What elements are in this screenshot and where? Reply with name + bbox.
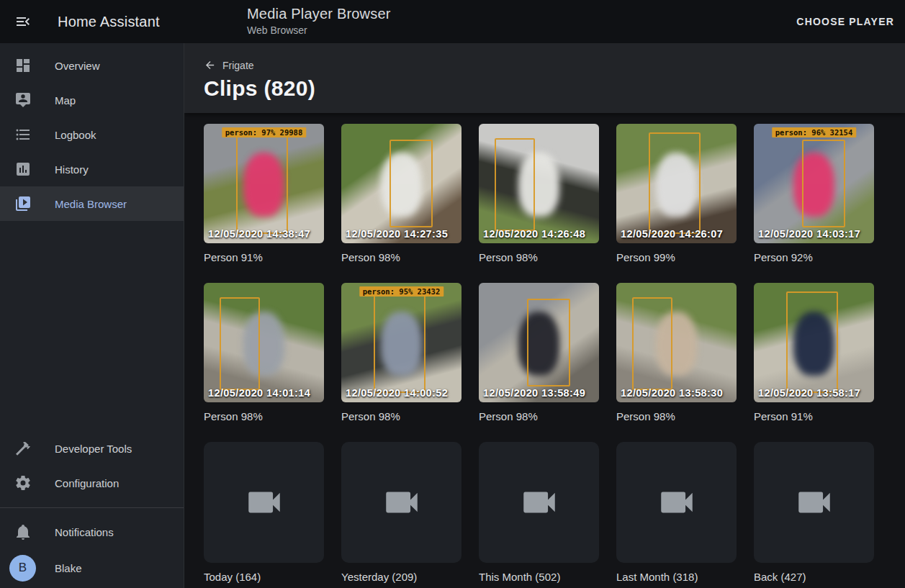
clip-thumbnail: 12/05/2020 14:01:14 [204,283,324,402]
clip-timestamp-overlay: 12/05/2020 14:00:52 [346,387,448,399]
sidebar-item-media-browser[interactable]: Media Browser [0,186,184,221]
detection-bbox [374,291,426,393]
sidebar: Overview Map Logbook History Media Brows… [0,43,184,588]
menu-open-icon [14,13,32,30]
clip-timestamp-overlay: 12/05/2020 14:27:35 [346,228,448,240]
breadcrumb-label: Frigate [222,60,254,71]
avatar: B [9,555,36,582]
clip-caption: Person 92% [754,251,874,264]
video-icon [518,481,560,523]
folder-caption: Yesterday (209) [341,571,461,584]
clip-thumbnail: 12/05/2020 13:58:17 [754,283,874,402]
media-folder-tile[interactable]: This Month (502) [479,442,599,584]
media-clip-tile[interactable]: 12/05/2020 13:58:30 Person 98% [616,283,737,423]
page-subtitle: Web Browser [247,24,391,36]
folder-caption: Last Month (318) [616,571,737,584]
choose-player-button[interactable]: CHOOSE PLAYER [796,0,894,43]
profile-name: Blake [55,562,82,574]
clip-thumbnail: person: 95% 23432 12/05/2020 14:00:52 [341,283,461,402]
media-clip-tile[interactable]: 12/05/2020 14:27:35 Person 98% [341,124,461,264]
format-list-bulleted-icon [14,126,32,143]
clip-thumbnail: 12/05/2020 14:27:35 [341,124,461,243]
page-heading: Clips (820) [204,76,905,101]
sidebar-item-developer-tools[interactable]: Developer Tools [0,431,184,466]
folder-card [204,442,324,563]
clip-thumbnail: 12/05/2020 13:58:49 [479,283,599,402]
sidebar-bottom-list: Notifications [0,510,184,549]
clip-thumbnail: 12/05/2020 14:26:48 [479,124,599,243]
sidebar-item-history[interactable]: History [0,152,184,186]
breadcrumb-back[interactable]: Frigate [204,59,254,71]
media-clip-tile[interactable]: 12/05/2020 13:58:17 Person 91% [754,283,874,423]
clip-thumbnail: person: 97% 29988 12/05/2020 14:38:47 [204,124,324,243]
detection-bbox [802,140,845,228]
clip-caption: Person 98% [479,251,599,264]
detection-label: person: 97% 29988 [222,127,306,137]
clip-thumbnail: 12/05/2020 13:58:30 [616,283,737,402]
detection-bbox [236,132,288,234]
clip-thumbnail: person: 96% 32154 12/05/2020 14:03:17 [754,124,874,243]
sidebar-item-configuration[interactable]: Configuration [0,466,184,500]
detection-label: person: 96% 32154 [772,127,856,137]
media-clip-tile[interactable]: 12/05/2020 14:26:07 Person 99% [616,124,737,264]
sidebar-secondary-list: Developer Tools Configuration [0,426,184,500]
page-head: Media Player Browser Web Browser [247,6,391,36]
page-title: Media Player Browser [247,6,391,22]
media-clip-tile[interactable]: 12/05/2020 14:01:14 Person 98% [204,283,324,423]
sidebar-spacer [0,221,184,426]
media-grid: person: 97% 29988 12/05/2020 14:38:47 Pe… [204,124,874,584]
clip-caption: Person 98% [341,410,461,423]
sidebar-item-profile[interactable]: B Blake [0,549,184,587]
video-icon [656,481,698,523]
content-header: Frigate Clips (820) [184,43,905,113]
sidebar-item-overview[interactable]: Overview [0,48,184,83]
sidebar-item-notifications[interactable]: Notifications [0,515,184,549]
folder-card [754,442,874,563]
hammer-icon [14,440,32,457]
clip-caption: Person 98% [204,410,324,423]
clip-timestamp-overlay: 12/05/2020 14:26:07 [621,228,723,240]
clip-timestamp-overlay: 12/05/2020 14:03:17 [758,228,860,240]
folder-caption: Today (164) [204,571,324,584]
folder-card [616,442,737,563]
media-clip-tile[interactable]: person: 97% 29988 12/05/2020 14:38:47 Pe… [204,124,324,264]
arrow-left-icon [204,59,216,71]
sidebar-divider [0,507,184,508]
app-header: Home Assistant Media Player Browser Web … [0,0,905,43]
media-clip-tile[interactable]: 12/05/2020 14:26:48 Person 98% [479,124,599,264]
sidebar-item-map[interactable]: Map [0,83,184,117]
clip-timestamp-overlay: 12/05/2020 14:26:48 [483,228,585,240]
clip-timestamp-overlay: 12/05/2020 13:58:49 [483,387,585,399]
media-folder-tile[interactable]: Today (164) [204,442,324,584]
clip-caption: Person 99% [616,251,737,264]
cog-icon [14,474,32,492]
media-clip-tile[interactable]: 12/05/2020 13:58:49 Person 98% [479,283,599,423]
media-folder-tile[interactable]: Last Month (318) [616,442,737,584]
video-icon [793,481,835,523]
detection-bbox [786,291,838,393]
media-clip-tile[interactable]: person: 96% 32154 12/05/2020 14:03:17 Pe… [754,124,874,264]
clip-timestamp-overlay: 12/05/2020 14:01:14 [208,387,310,399]
media-folder-tile[interactable]: Yesterday (209) [341,442,461,584]
detection-bbox [649,132,701,234]
sidebar-item-logbook[interactable]: Logbook [0,117,184,152]
detection-label: person: 95% 23432 [359,286,444,297]
clip-caption: Person 98% [616,410,737,423]
play-box-multiple-icon [14,195,32,212]
clip-caption: Person 91% [204,251,324,264]
tooltip-account-icon [14,91,32,109]
detection-bbox [632,297,673,390]
clip-timestamp-overlay: 12/05/2020 13:58:30 [621,387,723,399]
media-folder-tile[interactable]: Back (427) [754,442,874,584]
detection-bbox [390,140,433,228]
sidebar-main-list: Overview Map Logbook History Media Brows… [0,43,184,221]
clip-caption: Person 98% [341,251,461,264]
sidebar-toggle-button[interactable] [6,4,40,39]
folder-card [341,442,461,563]
clip-timestamp-overlay: 12/05/2020 13:58:17 [758,387,860,399]
media-clip-tile[interactable]: person: 95% 23432 12/05/2020 14:00:52 Pe… [341,283,461,423]
app-title: Home Assistant [58,14,160,30]
folder-caption: Back (427) [754,571,874,584]
detection-bbox [220,297,261,390]
detection-bbox [495,138,536,231]
